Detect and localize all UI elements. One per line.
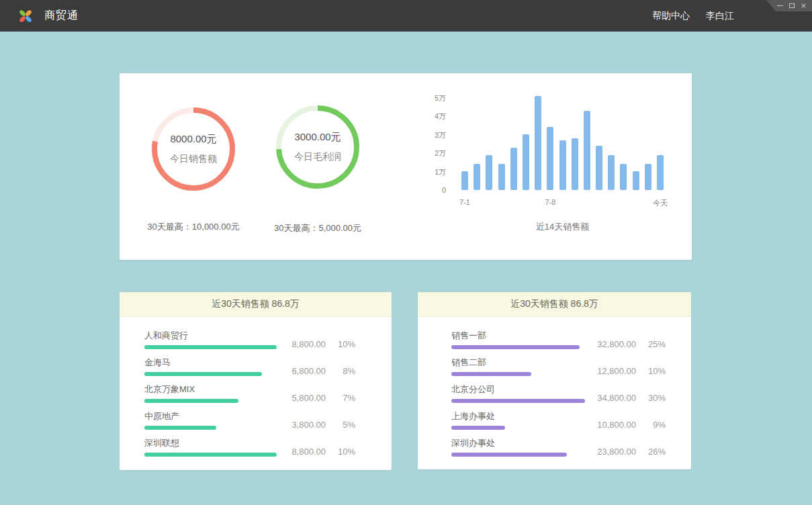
ranking-row-bar — [451, 453, 567, 457]
ranking-row-name: 北京分公司 — [451, 384, 588, 395]
bar-chart-bar — [633, 171, 639, 190]
ranking-row-percent: 30% — [636, 393, 666, 403]
window-controls: × — [766, 0, 812, 11]
ranking-row-value: 3,800.00 — [277, 420, 326, 430]
ranking-row-bar — [451, 345, 580, 349]
ranking-row-bar — [451, 399, 585, 403]
ranking-row: 北京分公司34,800.0030% — [451, 384, 666, 403]
customer-ranking-header: 近30天销售额 86.8万 — [120, 292, 392, 317]
ranking-row-name: 深圳办事处 — [451, 438, 588, 449]
ranking-row-name: 北京万象MIX — [144, 384, 277, 395]
bar-chart-bar — [657, 155, 664, 190]
ranking-row: 深圳办事处23,800.0026% — [451, 438, 666, 457]
today-profit-donut: 3000.00元 今日毛利润 — [272, 101, 363, 193]
bar-chart-bar — [572, 138, 578, 190]
ranking-row-value: 10,800.00 — [588, 420, 636, 430]
ranking-row-bar — [144, 399, 238, 403]
bar-chart-bars — [461, 92, 664, 190]
titlebar: 商贸通 帮助中心 李白江 × — [0, 0, 812, 32]
ranking-row-name: 人和商贸行 — [144, 330, 277, 341]
bar-chart-bar — [535, 96, 541, 190]
ranking-row-name: 上海办事处 — [451, 411, 588, 422]
x-axis-tick-label: 今天 — [653, 198, 668, 208]
ranking-row-name: 深圳联想 — [144, 438, 277, 449]
ranking-row: 上海办事处10,800.009% — [451, 411, 666, 430]
ranking-row: 中原地产3,800.005% — [144, 411, 355, 430]
ranking-row-value: 34,800.00 — [588, 393, 636, 403]
ranking-row-bar — [144, 372, 262, 376]
today-profit-label: 今日毛利润 — [294, 151, 341, 163]
ranking-row-percent: 8% — [326, 366, 355, 376]
ranking-row-value: 8,800.00 — [277, 447, 326, 457]
bar-chart-bar — [486, 155, 492, 190]
bar-chart-bar — [559, 140, 566, 190]
bar-chart-bar — [523, 134, 529, 190]
y-axis-tick-label: 4万 — [435, 111, 446, 122]
y-axis-tick-label: 2万 — [435, 148, 446, 158]
ranking-row-value: 5,800.00 — [277, 393, 326, 403]
ranking-row-bar — [144, 345, 277, 349]
bar-chart-bar — [498, 164, 505, 190]
department-sales-ranking-card: 近30天销售额 86.8万 销售一部32,800.0025%销售二部12,800… — [418, 292, 691, 469]
profit-30day-max: 30天最高：5,000.00元 — [244, 222, 392, 234]
bar-chart-bar — [596, 146, 602, 190]
bar-chart-bar — [645, 164, 651, 190]
ranking-row-percent: 10% — [326, 339, 355, 349]
customer-sales-ranking-card: 近30天销售额 86.8万 人和商贸行8,800.0010%金海马6,800.0… — [120, 292, 392, 470]
ranking-row: 销售二部12,800.0010% — [451, 357, 666, 376]
ranking-row-value: 12,800.00 — [588, 366, 636, 376]
ranking-row-percent: 26% — [636, 447, 666, 457]
bar-chart-bar — [547, 127, 553, 190]
ranking-row-name: 金海马 — [144, 357, 277, 368]
y-axis-tick-label: 1万 — [435, 167, 446, 177]
ranking-row-bar — [144, 453, 277, 457]
ranking-row-name: 销售二部 — [451, 357, 588, 368]
today-profit-value: 3000.00元 — [294, 131, 341, 144]
bar-chart-bar — [461, 171, 468, 190]
bar-chart-bar — [473, 164, 480, 190]
y-axis-tick-label: 0 — [442, 185, 446, 195]
ranking-row-percent: 10% — [636, 366, 666, 376]
user-name-link[interactable]: 李白江 — [706, 10, 734, 22]
minimize-icon[interactable] — [777, 2, 783, 9]
department-ranking-list: 销售一部32,800.0025%销售二部12,800.0010%北京分公司34,… — [418, 317, 691, 457]
app-title: 商贸通 — [44, 9, 79, 23]
ranking-row: 北京万象MIX5,800.007% — [144, 384, 355, 403]
ranking-row: 销售一部32,800.0025% — [451, 330, 666, 349]
bar-chart-bar — [620, 164, 627, 190]
today-sales-label: 今日销售额 — [170, 153, 217, 165]
ranking-row-percent: 7% — [326, 393, 355, 403]
bar-chart-bar — [608, 155, 615, 190]
ranking-row-name: 销售一部 — [451, 330, 588, 341]
x-axis-tick-label: 7-8 — [545, 198, 555, 206]
ranking-row-value: 23,800.00 — [588, 447, 636, 457]
ranking-row: 金海马6,800.008% — [144, 357, 355, 376]
customer-ranking-list: 人和商贸行8,800.0010%金海马6,800.008%北京万象MIX5,80… — [120, 317, 392, 457]
ranking-row-name: 中原地产 — [144, 411, 277, 422]
bar-chart-bar — [510, 148, 517, 190]
bar-chart-title: 近14天销售额 — [461, 221, 664, 233]
y-axis-tick-label: 3万 — [435, 130, 446, 140]
x-axis-tick-label: 7-1 — [459, 198, 470, 206]
close-icon[interactable]: × — [801, 2, 807, 9]
ranking-row-percent: 5% — [326, 420, 355, 430]
ranking-row: 深圳联想8,800.0010% — [144, 438, 355, 457]
y-axis-tick-label: 5万 — [435, 93, 446, 103]
help-center-link[interactable]: 帮助中心 — [652, 10, 690, 22]
bar-chart-y-axis: 01万2万3万4万5万 — [402, 73, 446, 208]
ranking-row-value: 6,800.00 — [277, 366, 326, 376]
department-ranking-header: 近30天销售额 86.8万 — [418, 292, 691, 317]
overview-card: 8000.00元 今日销售额 30天最高：10,000.00元 3000.00元… — [120, 73, 692, 260]
ranking-row-percent: 9% — [636, 420, 666, 430]
ranking-row-percent: 10% — [326, 447, 355, 457]
ranking-row: 人和商贸行8,800.0010% — [144, 330, 355, 349]
app-logo-pinwheel-icon — [17, 7, 34, 25]
ranking-row-bar — [451, 372, 531, 376]
today-sales-value: 8000.00元 — [170, 133, 216, 146]
maximize-icon[interactable] — [789, 2, 795, 9]
ranking-row-percent: 25% — [636, 339, 666, 349]
ranking-row-value: 32,800.00 — [588, 339, 636, 349]
today-sales-donut: 8000.00元 今日销售额 — [148, 103, 239, 195]
titlebar-menu: 帮助中心 李白江 — [652, 0, 734, 32]
ranking-row-value: 8,800.00 — [277, 339, 326, 349]
